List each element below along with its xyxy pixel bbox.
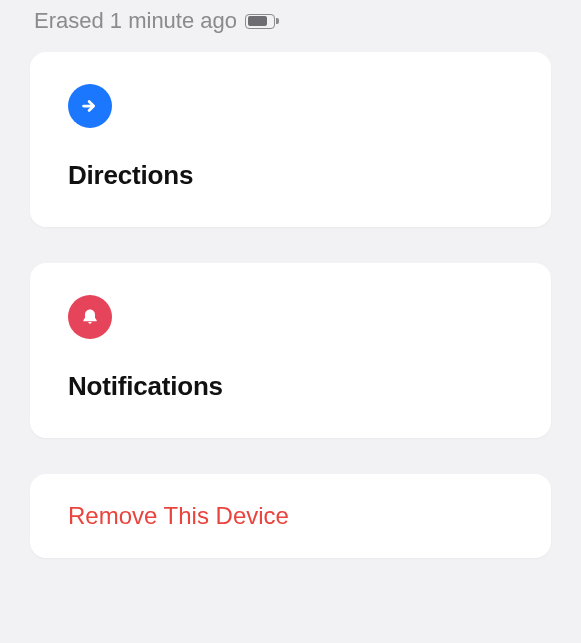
bell-icon: [68, 295, 112, 339]
device-panel: Erased 1 minute ago Directions Notificat…: [0, 0, 581, 578]
directions-icon: [68, 84, 112, 128]
directions-card[interactable]: Directions: [30, 52, 551, 227]
remove-device-button[interactable]: Remove This Device: [30, 474, 551, 558]
notifications-card[interactable]: Notifications: [30, 263, 551, 438]
remove-device-label: Remove This Device: [68, 502, 289, 529]
notifications-title: Notifications: [68, 371, 513, 402]
directions-title: Directions: [68, 160, 513, 191]
erased-status-text: Erased 1 minute ago: [34, 8, 237, 34]
battery-icon: [245, 14, 279, 29]
status-row: Erased 1 minute ago: [30, 0, 551, 52]
